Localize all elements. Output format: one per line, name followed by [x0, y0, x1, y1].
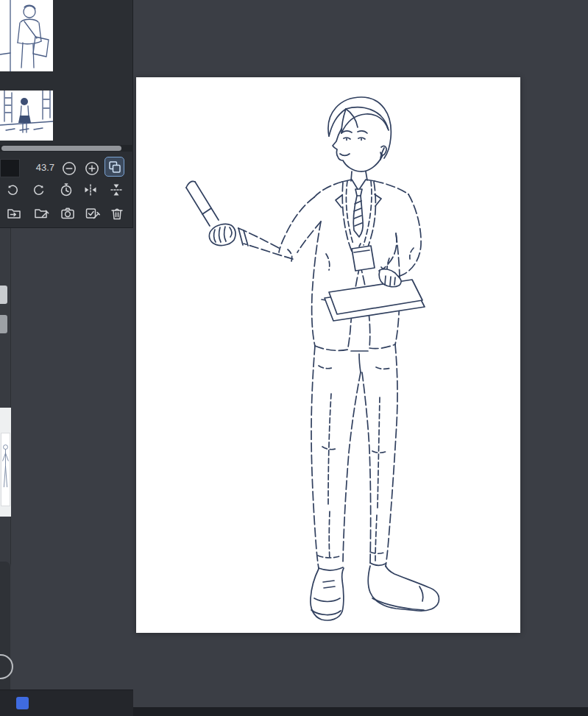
capture-image-button[interactable] [59, 205, 77, 222]
preview-swatch [0, 159, 20, 177]
accent-color-chip[interactable] [16, 697, 29, 709]
trash-icon [109, 205, 125, 221]
dock-tab-handle-2[interactable] [0, 315, 7, 333]
reference-thumbnail-1[interactable] [0, 0, 53, 71]
minus-circle-icon [61, 160, 77, 177]
dock-thumbnail-sketch [1, 433, 10, 506]
drawing-canvas[interactable] [136, 77, 520, 633]
stopwatch-icon [58, 182, 74, 198]
rotate-left-button[interactable] [4, 181, 21, 199]
open-image-button[interactable] [5, 205, 23, 222]
reference-thumbnail-2[interactable] [0, 91, 53, 141]
zoom-out-button[interactable] [60, 160, 78, 177]
folder-pencil-icon [33, 205, 49, 221]
horizontal-scrollbar[interactable] [0, 145, 133, 152]
vertical-triangles-icon [108, 182, 124, 198]
scrollbar-thumb[interactable] [1, 146, 121, 151]
reference-sketch-2 [0, 91, 53, 141]
dock-tab-handle-1[interactable] [0, 286, 7, 304]
character-sketch [136, 77, 520, 633]
checkbox-pen-icon [84, 205, 100, 221]
undo-arrow-icon [4, 182, 21, 198]
camera-icon [60, 205, 76, 221]
zoom-in-button[interactable] [83, 160, 101, 177]
clock-ring-icon[interactable] [0, 654, 13, 679]
redo-arrow-icon [31, 182, 47, 198]
zoom-value: 43.7 [21, 162, 54, 173]
subview-palette: 43.7 [0, 0, 133, 228]
edit-image-button[interactable] [32, 205, 50, 222]
reference-sketch-1 [0, 0, 53, 71]
dock-thumbnail[interactable] [1, 433, 10, 506]
reset-rotation-button[interactable] [57, 181, 75, 199]
apply-edit-button[interactable] [83, 205, 101, 222]
fit-to-screen-button[interactable] [105, 157, 124, 177]
folder-arrow-icon [6, 205, 22, 221]
delete-image-button[interactable] [108, 205, 126, 222]
plus-circle-icon [84, 160, 100, 177]
mirror-triangles-icon [82, 182, 99, 198]
flip-horizontal-button[interactable] [82, 181, 99, 199]
flip-vertical-button[interactable] [107, 181, 125, 199]
overlapping-squares-icon [107, 160, 122, 174]
rotate-right-button[interactable] [30, 181, 48, 199]
